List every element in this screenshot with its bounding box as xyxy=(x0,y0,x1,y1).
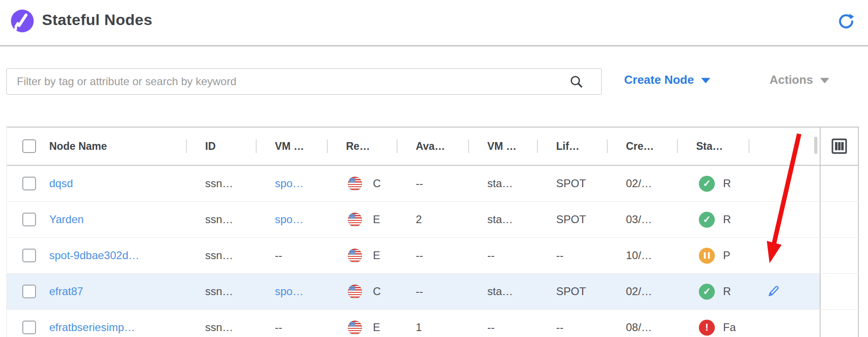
column-header-region[interactable]: Re… xyxy=(327,128,397,165)
column-header-id[interactable]: ID xyxy=(186,128,256,165)
pencil-icon xyxy=(766,285,780,299)
status-label: R xyxy=(723,177,731,190)
column-picker-button[interactable] xyxy=(831,138,848,155)
table-row: spot-9dbae302d… ssn… -- E -- -- -- 10/… … xyxy=(7,238,859,274)
actions-label: Actions xyxy=(770,73,813,87)
scrollbar-thumb[interactable] xyxy=(814,137,817,154)
availability-zone: -- xyxy=(397,166,468,201)
spot-logo-icon xyxy=(10,9,35,34)
created-at: 10/… xyxy=(607,238,677,273)
column-header-status[interactable]: Sta… xyxy=(677,128,749,165)
status-label: R xyxy=(723,285,731,298)
node-name-link[interactable]: efrat87 xyxy=(49,285,83,298)
create-node-button[interactable]: Create Node xyxy=(624,73,710,87)
vm-size: sta… xyxy=(468,202,537,237)
status-paused-icon xyxy=(699,248,715,264)
column-header-availability-zone[interactable]: Ava… xyxy=(397,128,468,165)
table-header-row: Node Name ID VM … Re… Ava… VM … Lif… Cre… xyxy=(7,128,859,166)
table-row: Yarden ssn… spo… E 2 sta… SPOT 03/… R xyxy=(7,202,859,238)
availability-zone: 1 xyxy=(397,310,468,337)
table-row: dqsd ssn… spo… C -- sta… SPOT 02/… R xyxy=(7,166,859,202)
us-flag-icon xyxy=(348,177,362,191)
us-flag-icon xyxy=(348,249,362,263)
chevron-down-icon xyxy=(701,78,710,83)
row-checkbox[interactable] xyxy=(22,285,36,298)
filter-input[interactable] xyxy=(6,68,602,95)
column-header-vm-2[interactable]: VM … xyxy=(468,128,537,165)
node-name-link[interactable]: spot-9dbae302d… xyxy=(49,249,139,262)
created-at: 02/… xyxy=(607,274,677,309)
region-label: C xyxy=(373,177,381,190)
vm-link[interactable]: spo… xyxy=(275,213,304,226)
column-header-node-name[interactable]: Node Name xyxy=(49,128,186,165)
us-flag-icon xyxy=(348,285,362,299)
row-actions-cell xyxy=(749,238,820,273)
status-label: Fa xyxy=(723,321,736,334)
lifecycle: SPOT xyxy=(537,202,607,237)
availability-zone: -- xyxy=(397,238,468,273)
row-checkbox[interactable] xyxy=(22,177,36,190)
lifecycle: SPOT xyxy=(537,274,607,309)
region-label: E xyxy=(373,249,380,262)
vm-link[interactable]: spo… xyxy=(275,177,304,190)
table-row-selected: efrat87 ssn… spo… C -- sta… SPOT 02/… R xyxy=(7,274,859,310)
lifecycle: -- xyxy=(537,310,607,337)
us-flag-icon xyxy=(348,321,362,335)
status-running-icon xyxy=(699,212,715,228)
availability-zone: 2 xyxy=(397,202,468,237)
column-header-vm[interactable]: VM … xyxy=(256,128,327,165)
region-label: E xyxy=(373,213,380,226)
region-label: E xyxy=(373,321,380,334)
status-running-icon xyxy=(699,176,715,192)
select-all-cell xyxy=(7,128,49,165)
column-picker-cell xyxy=(820,128,859,165)
select-all-checkbox[interactable] xyxy=(22,139,36,153)
vm-size: sta… xyxy=(468,274,537,309)
created-at: 08/… xyxy=(607,310,677,337)
app-header: Stateful Nodes xyxy=(0,0,868,45)
table-columns-icon xyxy=(831,138,848,155)
refresh-button[interactable] xyxy=(837,12,855,31)
availability-zone: -- xyxy=(397,274,468,309)
node-name-link[interactable]: dqsd xyxy=(49,177,73,190)
status-label: P xyxy=(723,249,730,262)
node-name-link[interactable]: Yarden xyxy=(49,213,84,226)
status-running-icon xyxy=(699,284,715,300)
chevron-down-icon xyxy=(820,78,829,83)
actions-button[interactable]: Actions xyxy=(770,73,829,87)
vm-empty: -- xyxy=(256,238,327,273)
created-at: 03/… xyxy=(607,202,677,237)
node-name-link[interactable]: efratbseriesimp… xyxy=(49,321,135,334)
node-id: ssn… xyxy=(186,166,256,201)
page-title: Stateful Nodes xyxy=(42,11,152,29)
refresh-icon xyxy=(837,12,855,31)
lifecycle: -- xyxy=(537,238,607,273)
stateful-nodes-table: Node Name ID VM … Re… Ava… VM … Lif… Cre… xyxy=(6,127,859,337)
vm-link[interactable]: spo… xyxy=(275,285,304,298)
vm-size: -- xyxy=(468,238,537,273)
row-checkbox[interactable] xyxy=(22,213,36,226)
column-header-lifecycle[interactable]: Lif… xyxy=(537,128,607,165)
vm-size: -- xyxy=(468,310,537,337)
row-checkbox[interactable] xyxy=(22,249,36,262)
row-actions-cell xyxy=(749,274,820,309)
node-id: ssn… xyxy=(186,202,256,237)
created-at: 02/… xyxy=(607,166,677,201)
table-row: efratbseriesimp… ssn… -- E 1 -- -- 08/… … xyxy=(7,310,859,337)
column-header-row-actions xyxy=(749,128,820,165)
region-label: C xyxy=(373,285,381,298)
lifecycle: SPOT xyxy=(537,166,607,201)
row-actions-cell xyxy=(749,166,820,201)
vm-size: sta… xyxy=(468,166,537,201)
us-flag-icon xyxy=(348,213,362,227)
node-id: ssn… xyxy=(186,238,256,273)
header-divider xyxy=(0,45,868,46)
row-actions-cell xyxy=(749,310,820,337)
column-header-created[interactable]: Cre… xyxy=(607,128,677,165)
create-node-label: Create Node xyxy=(624,73,694,87)
row-checkbox[interactable] xyxy=(22,321,36,334)
node-id: ssn… xyxy=(186,274,256,309)
node-id: ssn… xyxy=(186,310,256,337)
edit-node-button[interactable] xyxy=(766,285,780,299)
row-actions-cell xyxy=(749,202,820,237)
